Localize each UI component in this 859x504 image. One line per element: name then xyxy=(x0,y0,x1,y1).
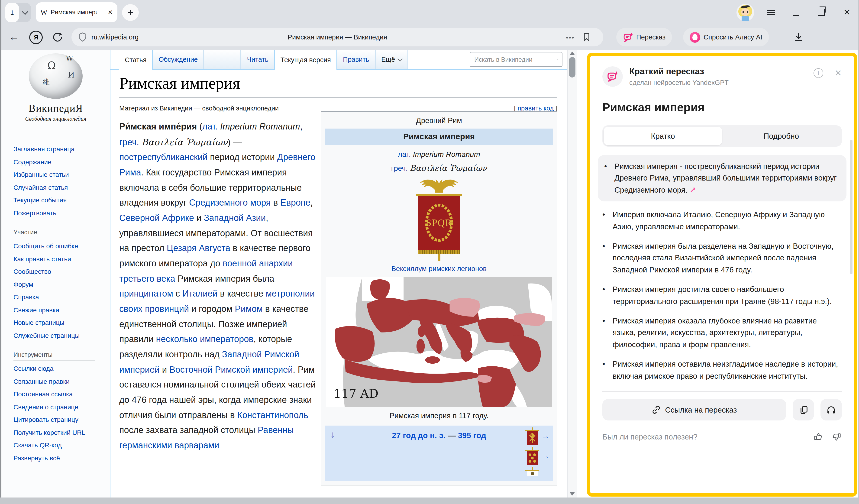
close-panel-icon[interactable]: ✕ xyxy=(834,69,842,77)
summary-link-button[interactable]: Ссылка на пересказ xyxy=(602,399,786,421)
sidebar-link[interactable]: Форум xyxy=(13,278,98,291)
tab-detailed[interactable]: Подробно xyxy=(722,127,841,145)
source-arrow-icon[interactable]: ↗ xyxy=(690,186,696,194)
tab-read[interactable]: Читать xyxy=(241,50,274,69)
tab-article[interactable]: Статья xyxy=(119,50,153,70)
edit-code-label[interactable]: править код xyxy=(518,104,554,112)
sidebar-link[interactable]: Сведения о странице xyxy=(13,401,98,413)
info-icon[interactable]: i xyxy=(814,68,823,78)
wikipedia-globe-logo[interactable]: Ω W И 維 xyxy=(29,54,82,99)
wiki-link[interactable]: военной анархии xyxy=(223,259,293,268)
scroll-down-icon[interactable] xyxy=(569,492,575,495)
new-tab-button[interactable]: + xyxy=(122,4,139,21)
sidebar-link[interactable]: Содержание xyxy=(13,156,98,168)
wiki-link[interactable]: Северной Африке xyxy=(119,213,194,223)
labarum-flag[interactable] xyxy=(525,427,539,445)
vexillum-image[interactable]: SPQR xyxy=(411,178,467,261)
restore-window-icon[interactable] xyxy=(818,9,825,16)
tab-current-version[interactable]: Текущая версия xyxy=(274,50,337,70)
wiki-link[interactable]: Западной Азии xyxy=(204,213,266,223)
dotted-flag[interactable] xyxy=(525,447,539,465)
panel-scrollbar-thumb[interactable] xyxy=(850,140,853,274)
retell-button[interactable]: Пересказ xyxy=(616,28,672,46)
successor-arrow-icon[interactable]: → xyxy=(542,452,549,461)
wiki-link[interactable]: несколько императоров xyxy=(156,334,253,344)
wiki-link[interactable]: Европе xyxy=(280,198,311,208)
wiki-link[interactable]: Италией xyxy=(182,289,217,299)
search-icon[interactable] xyxy=(557,55,558,64)
sidebar-link[interactable]: Сообщить об ошибке xyxy=(13,240,98,253)
successor-arrow-icon[interactable]: → xyxy=(542,432,549,441)
sidebar-link[interactable]: Новые страницы xyxy=(13,317,98,329)
tab-talk[interactable]: Обсуждение xyxy=(153,50,204,69)
tab-brief[interactable]: Кратко xyxy=(604,127,722,145)
page-scrollbar[interactable] xyxy=(567,50,577,498)
greek-label-link[interactable]: греч. xyxy=(391,164,408,172)
thumbs-up-icon[interactable] xyxy=(813,432,823,442)
ask-alice-button[interactable]: Спросить Алису AI xyxy=(683,28,769,46)
url-field[interactable]: ru.wikipedia.org Римская империя — Викип… xyxy=(72,28,603,46)
scrollbar-thumb[interactable] xyxy=(569,57,575,77)
minimize-icon[interactable] xyxy=(793,15,799,16)
edit-code-link[interactable]: [ править код ] xyxy=(514,104,557,112)
wiki-search-box[interactable] xyxy=(470,52,562,67)
timeline-down-arrow-icon[interactable]: ↓ xyxy=(330,429,335,440)
sidebar-link[interactable]: Получить короткий URL xyxy=(13,426,98,439)
yandex-home-icon[interactable]: Я xyxy=(29,30,43,44)
wiki-link[interactable]: Цезаря Августа xyxy=(167,243,230,253)
sidebar-link[interactable]: Связанные правки xyxy=(13,375,98,388)
wiki-link[interactable]: Равенны xyxy=(258,425,294,435)
copy-summary-button[interactable] xyxy=(793,399,814,421)
latin-label-link[interactable]: лат. xyxy=(398,150,411,158)
sidebar-link[interactable]: Текущие события xyxy=(13,194,98,207)
wiki-link[interactable]: третьего века xyxy=(119,274,175,283)
wiki-search-input[interactable] xyxy=(470,56,557,63)
browser-menu-icon[interactable] xyxy=(767,10,775,15)
wiki-link[interactable]: Средиземного моря xyxy=(189,198,271,208)
browser-tab[interactable]: W Римская империя — В ✕ xyxy=(36,2,117,22)
close-window-icon[interactable]: ✕ xyxy=(843,8,850,17)
sidebar-link[interactable]: Развернуть всё xyxy=(13,452,98,464)
wiki-link[interactable]: германскими варварами xyxy=(119,440,219,450)
wikipedia-wordmark[interactable]: ВикипедиЯ xyxy=(1,103,110,114)
wiki-link[interactable]: Константинополь xyxy=(237,410,308,420)
thumbs-down-icon[interactable] xyxy=(832,432,842,442)
sidebar-link[interactable]: Цитировать страницу xyxy=(13,413,98,426)
back-icon[interactable]: ← xyxy=(9,31,23,43)
tab-count-badge[interactable]: 1 xyxy=(5,2,19,22)
sidebar-link[interactable]: Постоянная ссылка xyxy=(13,388,98,401)
refresh-icon[interactable] xyxy=(52,32,63,43)
profile-avatar[interactable] xyxy=(737,3,754,21)
empire-map-image[interactable]: 117 AD xyxy=(326,277,552,407)
tab-edit[interactable]: Править xyxy=(337,50,375,69)
wiki-link[interactable]: греч. xyxy=(119,137,139,147)
sidebar-link[interactable]: Ссылки сюда xyxy=(13,363,98,375)
sidebar-link[interactable]: Случайная статья xyxy=(13,181,98,194)
timeline-range-link[interactable]: 27 год до н. э. — 395 год xyxy=(325,431,553,440)
tab-more[interactable]: Ещё xyxy=(375,50,408,69)
downloads-icon[interactable] xyxy=(793,32,803,42)
extensions-dots-icon[interactable]: ••• xyxy=(566,33,574,41)
sidebar-link[interactable]: Свежие правки xyxy=(13,304,98,317)
wiki-link[interactable]: принципатом xyxy=(119,289,173,299)
tab-close-icon[interactable]: ✕ xyxy=(108,9,113,16)
sidebar-link[interactable]: Сообщество xyxy=(13,265,98,278)
highlighted-bullet[interactable]: Римская империя - постреспубликанский пе… xyxy=(598,155,846,201)
wiki-link[interactable]: постреспубликанский xyxy=(119,152,208,162)
wiki-link[interactable]: Римом xyxy=(235,304,263,314)
sidebar-link[interactable]: Пожертвовать xyxy=(13,207,98,219)
vexillum-caption[interactable]: Вексиллум римских легионов xyxy=(325,264,553,272)
wiki-link[interactable]: Восточной Римской империей xyxy=(169,365,293,375)
scroll-up-icon[interactable] xyxy=(569,51,575,55)
white-flag-partial[interactable] xyxy=(525,467,539,476)
wiki-link[interactable]: лат. xyxy=(202,122,218,131)
sidebar-link[interactable]: Скачать QR-код xyxy=(13,439,98,452)
sidebar-link[interactable]: Заглавная страница xyxy=(13,143,98,156)
tab-counter[interactable]: 1 xyxy=(5,2,31,22)
tab-list-chevron-icon[interactable] xyxy=(19,2,31,22)
bookmark-icon[interactable] xyxy=(583,32,590,42)
sidebar-link[interactable]: Как править статьи xyxy=(13,253,98,265)
sidebar-link[interactable]: Справка xyxy=(13,291,98,304)
sidebar-link[interactable]: Избранные статьи xyxy=(13,168,98,181)
listen-summary-button[interactable] xyxy=(820,399,842,421)
